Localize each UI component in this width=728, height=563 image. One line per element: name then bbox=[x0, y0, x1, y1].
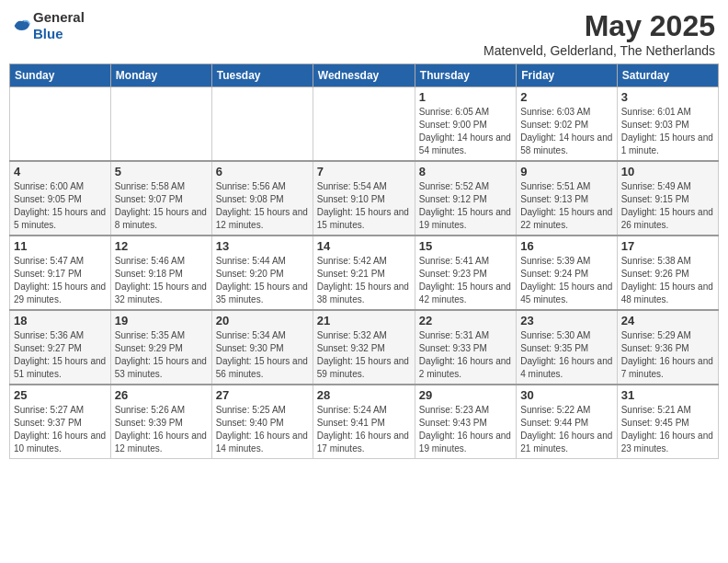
logo-icon bbox=[13, 17, 31, 35]
table-cell: 1Sunrise: 6:05 AM Sunset: 9:00 PM Daylig… bbox=[415, 87, 516, 162]
day-info: Sunrise: 5:27 AM Sunset: 9:37 PM Dayligh… bbox=[14, 404, 107, 455]
day-number: 22 bbox=[419, 314, 512, 327]
day-info: Sunrise: 5:47 AM Sunset: 9:17 PM Dayligh… bbox=[14, 255, 107, 306]
table-cell: 22Sunrise: 5:31 AM Sunset: 9:33 PM Dayli… bbox=[415, 310, 516, 385]
day-number: 24 bbox=[621, 314, 714, 327]
day-number: 20 bbox=[216, 314, 309, 327]
day-number: 2 bbox=[520, 90, 612, 104]
table-cell: 10Sunrise: 5:49 AM Sunset: 9:15 PM Dayli… bbox=[617, 161, 718, 236]
day-info: Sunrise: 5:23 AM Sunset: 9:43 PM Dayligh… bbox=[419, 404, 512, 455]
week-row-4: 18Sunrise: 5:36 AM Sunset: 9:27 PM Dayli… bbox=[10, 310, 719, 385]
day-number: 18 bbox=[14, 314, 107, 327]
day-info: Sunrise: 5:36 AM Sunset: 9:27 PM Dayligh… bbox=[14, 329, 107, 381]
day-number: 15 bbox=[419, 239, 512, 253]
table-cell: 23Sunrise: 5:30 AM Sunset: 9:35 PM Dayli… bbox=[517, 310, 617, 385]
day-info: Sunrise: 5:35 AM Sunset: 9:29 PM Dayligh… bbox=[115, 329, 208, 381]
day-number: 27 bbox=[216, 388, 309, 402]
day-number: 8 bbox=[419, 165, 512, 178]
week-row-1: 1Sunrise: 6:05 AM Sunset: 9:00 PM Daylig… bbox=[10, 87, 719, 162]
day-info: Sunrise: 5:25 AM Sunset: 9:40 PM Dayligh… bbox=[216, 404, 309, 455]
day-info: Sunrise: 5:21 AM Sunset: 9:45 PM Dayligh… bbox=[621, 404, 714, 455]
day-info: Sunrise: 6:01 AM Sunset: 9:03 PM Dayligh… bbox=[621, 106, 714, 157]
day-number: 30 bbox=[520, 388, 612, 402]
table-cell: 31Sunrise: 5:21 AM Sunset: 9:45 PM Dayli… bbox=[617, 385, 718, 459]
day-number: 23 bbox=[520, 314, 612, 327]
table-cell: 18Sunrise: 5:36 AM Sunset: 9:27 PM Dayli… bbox=[10, 310, 111, 385]
col-tuesday: Tuesday bbox=[211, 64, 313, 87]
day-number: 14 bbox=[317, 239, 411, 253]
table-cell: 17Sunrise: 5:38 AM Sunset: 9:26 PM Dayli… bbox=[617, 236, 718, 310]
table-cell: 29Sunrise: 5:23 AM Sunset: 9:43 PM Dayli… bbox=[415, 385, 516, 459]
week-row-3: 11Sunrise: 5:47 AM Sunset: 9:17 PM Dayli… bbox=[10, 236, 719, 310]
col-thursday: Thursday bbox=[415, 64, 516, 87]
day-info: Sunrise: 5:46 AM Sunset: 9:18 PM Dayligh… bbox=[115, 255, 208, 306]
day-info: Sunrise: 5:52 AM Sunset: 9:12 PM Dayligh… bbox=[419, 180, 512, 232]
table-cell: 21Sunrise: 5:32 AM Sunset: 9:32 PM Dayli… bbox=[313, 310, 415, 385]
table-cell: 27Sunrise: 5:25 AM Sunset: 9:40 PM Dayli… bbox=[211, 385, 313, 459]
table-cell: 4Sunrise: 6:00 AM Sunset: 9:05 PM Daylig… bbox=[10, 161, 111, 236]
day-info: Sunrise: 5:34 AM Sunset: 9:30 PM Dayligh… bbox=[216, 329, 309, 381]
day-info: Sunrise: 6:00 AM Sunset: 9:05 PM Dayligh… bbox=[14, 180, 107, 232]
day-number: 17 bbox=[621, 239, 714, 253]
table-cell: 5Sunrise: 5:58 AM Sunset: 9:07 PM Daylig… bbox=[110, 161, 211, 236]
day-info: Sunrise: 5:41 AM Sunset: 9:23 PM Dayligh… bbox=[419, 255, 512, 306]
day-number: 6 bbox=[216, 165, 309, 178]
location-subtitle: Matenveld, Gelderland, The Netherlands bbox=[483, 43, 715, 58]
table-cell bbox=[313, 87, 415, 162]
table-cell bbox=[10, 87, 111, 162]
header-row: Sunday Monday Tuesday Wednesday Thursday… bbox=[10, 64, 719, 87]
week-row-2: 4Sunrise: 6:00 AM Sunset: 9:05 PM Daylig… bbox=[10, 161, 719, 236]
day-info: Sunrise: 5:22 AM Sunset: 9:44 PM Dayligh… bbox=[520, 404, 612, 455]
table-cell bbox=[110, 87, 211, 162]
day-info: Sunrise: 6:03 AM Sunset: 9:02 PM Dayligh… bbox=[520, 106, 612, 157]
day-number: 28 bbox=[317, 388, 411, 402]
day-number: 29 bbox=[419, 388, 512, 402]
table-cell: 11Sunrise: 5:47 AM Sunset: 9:17 PM Dayli… bbox=[10, 236, 111, 310]
day-number: 10 bbox=[621, 165, 714, 178]
day-info: Sunrise: 5:49 AM Sunset: 9:15 PM Dayligh… bbox=[621, 180, 714, 232]
table-cell: 9Sunrise: 5:51 AM Sunset: 9:13 PM Daylig… bbox=[517, 161, 617, 236]
day-info: Sunrise: 5:54 AM Sunset: 9:10 PM Dayligh… bbox=[317, 180, 411, 232]
day-number: 16 bbox=[520, 239, 612, 253]
table-cell: 3Sunrise: 6:01 AM Sunset: 9:03 PM Daylig… bbox=[617, 87, 718, 162]
table-cell: 13Sunrise: 5:44 AM Sunset: 9:20 PM Dayli… bbox=[211, 236, 313, 310]
day-number: 1 bbox=[419, 90, 512, 104]
day-info: Sunrise: 5:31 AM Sunset: 9:33 PM Dayligh… bbox=[419, 329, 512, 381]
day-number: 12 bbox=[115, 239, 208, 253]
day-info: Sunrise: 5:58 AM Sunset: 9:07 PM Dayligh… bbox=[115, 180, 208, 232]
day-info: Sunrise: 6:05 AM Sunset: 9:00 PM Dayligh… bbox=[419, 106, 512, 157]
table-cell: 2Sunrise: 6:03 AM Sunset: 9:02 PM Daylig… bbox=[517, 87, 617, 162]
day-info: Sunrise: 5:32 AM Sunset: 9:32 PM Dayligh… bbox=[317, 329, 411, 381]
day-number: 13 bbox=[216, 239, 309, 253]
logo-text-blue: Blue bbox=[33, 26, 63, 41]
table-cell: 25Sunrise: 5:27 AM Sunset: 9:37 PM Dayli… bbox=[10, 385, 111, 459]
col-saturday: Saturday bbox=[617, 64, 718, 87]
col-sunday: Sunday bbox=[10, 64, 111, 87]
table-cell: 24Sunrise: 5:29 AM Sunset: 9:36 PM Dayli… bbox=[617, 310, 718, 385]
table-cell: 26Sunrise: 5:26 AM Sunset: 9:39 PM Dayli… bbox=[110, 385, 211, 459]
month-title: May 2025 bbox=[483, 9, 715, 43]
day-number: 11 bbox=[14, 239, 107, 253]
day-number: 5 bbox=[115, 165, 208, 178]
table-cell bbox=[211, 87, 313, 162]
logo: General Blue bbox=[13, 9, 85, 42]
day-info: Sunrise: 5:44 AM Sunset: 9:20 PM Dayligh… bbox=[216, 255, 309, 306]
day-info: Sunrise: 5:39 AM Sunset: 9:24 PM Dayligh… bbox=[520, 255, 612, 306]
table-cell: 8Sunrise: 5:52 AM Sunset: 9:12 PM Daylig… bbox=[415, 161, 516, 236]
day-info: Sunrise: 5:56 AM Sunset: 9:08 PM Dayligh… bbox=[216, 180, 309, 232]
table-cell: 30Sunrise: 5:22 AM Sunset: 9:44 PM Dayli… bbox=[517, 385, 617, 459]
day-number: 31 bbox=[621, 388, 714, 402]
table-cell: 14Sunrise: 5:42 AM Sunset: 9:21 PM Dayli… bbox=[313, 236, 415, 310]
week-row-5: 25Sunrise: 5:27 AM Sunset: 9:37 PM Dayli… bbox=[10, 385, 719, 459]
table-cell: 7Sunrise: 5:54 AM Sunset: 9:10 PM Daylig… bbox=[313, 161, 415, 236]
day-info: Sunrise: 5:24 AM Sunset: 9:41 PM Dayligh… bbox=[317, 404, 411, 455]
day-number: 9 bbox=[520, 165, 612, 178]
table-cell: 12Sunrise: 5:46 AM Sunset: 9:18 PM Dayli… bbox=[110, 236, 211, 310]
col-monday: Monday bbox=[110, 64, 211, 87]
day-number: 3 bbox=[621, 90, 714, 104]
day-number: 19 bbox=[115, 314, 208, 327]
title-block: May 2025 Matenveld, Gelderland, The Neth… bbox=[483, 9, 715, 58]
table-cell: 16Sunrise: 5:39 AM Sunset: 9:24 PM Dayli… bbox=[517, 236, 617, 310]
table-cell: 20Sunrise: 5:34 AM Sunset: 9:30 PM Dayli… bbox=[211, 310, 313, 385]
table-cell: 15Sunrise: 5:41 AM Sunset: 9:23 PM Dayli… bbox=[415, 236, 516, 310]
